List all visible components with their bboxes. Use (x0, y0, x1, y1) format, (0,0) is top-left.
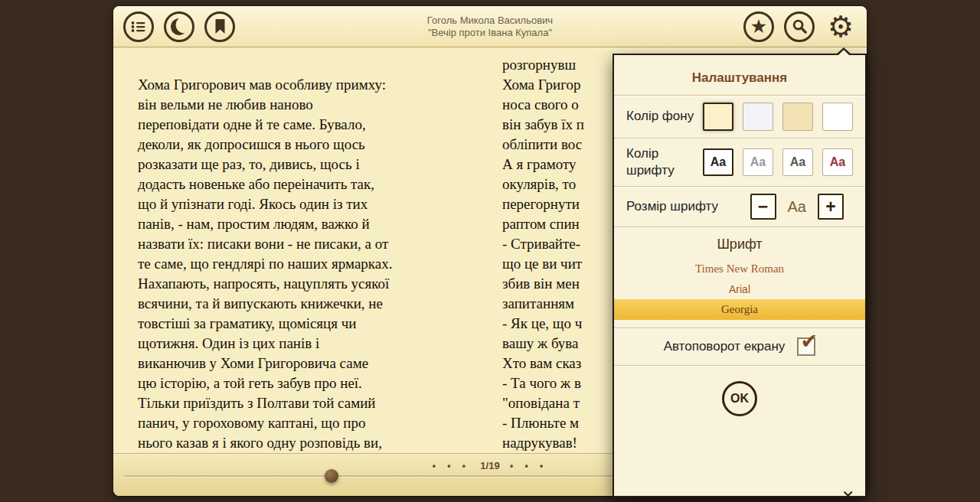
autorotate-row: Автоповорот екрану ✔ (614, 328, 865, 365)
text-line: окулярів, то (502, 174, 584, 194)
text-line: Хома Григор (502, 75, 584, 95)
text-line: додасть новеньке або переіначить так, (138, 174, 392, 194)
text-line: вашу ж бува (502, 334, 584, 354)
autorotate-label: Автоповорот екрану (664, 339, 786, 354)
toc-button[interactable] (123, 11, 154, 42)
text-line: що це ви чит (502, 254, 584, 274)
text-line: панич, у гороховому каптані, що про (138, 413, 392, 433)
font-size-decrease-button[interactable]: − (750, 194, 776, 220)
book-title: "Вечір проти Івана Купала" (427, 27, 553, 39)
ebook-reader-app: Гоголь Микола Васильович "Вечір проти Ів… (0, 0, 980, 502)
bookmark-button[interactable] (204, 11, 235, 42)
text-line: раптом спин (502, 214, 584, 234)
search-button[interactable] (784, 11, 815, 42)
bg-color-wheat-swatch[interactable] (782, 103, 813, 131)
font-color-darkgray-swatch[interactable]: Aa (782, 148, 813, 176)
moon-icon (169, 16, 189, 36)
font-color-row: Колір шрифту Aa Aa Aa Aa (614, 139, 865, 186)
book-header: Гоголь Микола Васильович "Вечір проти Ів… (427, 15, 553, 39)
favorites-button[interactable]: ★ (743, 11, 774, 42)
font-size-increase-button[interactable]: + (818, 194, 844, 220)
text-line: перегорнути (502, 194, 584, 214)
text-line: збив він мен (502, 274, 584, 294)
font-size-sample: Aa (788, 198, 806, 216)
text-line: носа свого о (502, 95, 584, 115)
text-line: щотижня. Один із цих панів і (138, 334, 392, 354)
text-line: що й упізнати годі. Якось один із тих (138, 194, 392, 214)
font-color-darkred-swatch[interactable]: Aa (822, 148, 853, 176)
close-icon[interactable]: ✕ (841, 487, 854, 502)
text-line: розказати ще раз, то, дивись, щось і (138, 155, 392, 174)
page-number: 1/19 (480, 460, 499, 471)
text-line: виканючив у Хоми Григоровича саме (138, 354, 392, 373)
search-icon (792, 18, 808, 34)
text-line: він забув їх п (502, 115, 584, 135)
text-line: надрукував! (502, 433, 584, 453)
pager-dots-right: • • • (510, 461, 547, 471)
background-color-row: Колір фону (614, 96, 865, 138)
pager-dots-left: • • • (433, 461, 470, 471)
settings-panel: Налаштування Колір фону Колір шрифту Aa … (612, 54, 867, 497)
star-icon: ★ (750, 17, 767, 36)
text-line: нього казав я і якого одну розповідь ви, (138, 433, 392, 453)
toolbar-left-group (123, 11, 235, 42)
font-size-label: Розмір шрифту (626, 198, 735, 215)
bg-color-cream-swatch[interactable] (703, 103, 733, 131)
text-line: він вельми не любив наново (138, 95, 392, 115)
text-line: Хома Григорович мав особливу примху: (138, 75, 392, 95)
toolbar: Гоголь Микола Васильович "Вечір проти Ів… (113, 6, 867, 47)
autorotate-checkbox[interactable]: ✔ (797, 337, 815, 356)
text-line: панів, - нам, простим людям, важко й (138, 214, 392, 234)
background-color-label: Колір фону (626, 108, 698, 125)
text-line: назвати їх: писаки вони - не писаки, а о… (138, 234, 392, 254)
font-option-times-new-roman[interactable]: Times New Roman (614, 259, 865, 279)
toc-icon (131, 21, 146, 33)
font-size-controls: − Aa + (750, 194, 853, 220)
text-line: Тільки приїздить з Полтави той самий (138, 393, 392, 413)
font-section-title: Шрифт (614, 233, 865, 259)
font-color-gray-swatch[interactable]: Aa (743, 148, 773, 176)
text-line: розгорнувш (502, 55, 584, 75)
text-line: Нахапають, напросять, нацуплять усякої (138, 274, 392, 294)
text-line: Хто вам сказ (502, 354, 584, 373)
background-color-swatches (703, 103, 853, 131)
divider (614, 365, 865, 366)
text-line: - Стривайте- (502, 234, 584, 254)
bookmark-icon (214, 19, 226, 34)
bg-color-lightgray-swatch[interactable] (743, 103, 773, 131)
font-option-georgia[interactable]: Georgia (614, 299, 865, 320)
panel-pointer (838, 50, 850, 56)
ok-button[interactable]: OK (722, 381, 757, 416)
text-line: всячини, та й випускають книжечки, не (138, 294, 392, 314)
font-option-arial[interactable]: Arial (614, 279, 865, 299)
text-column-left: Хома Григорович мав особливу примху:він … (138, 75, 392, 453)
book-author: Гоголь Микола Васильович (427, 15, 553, 27)
night-mode-button[interactable] (164, 11, 194, 42)
text-line: цю історію, а той геть забув про неї. (138, 373, 392, 393)
text-line: переповідати одне й те саме. Бувало, (138, 115, 392, 135)
text-line: товстіші за граматику, щомісяця чи (138, 314, 392, 334)
text-line: те саме, що гендлярі по наших ярмарках. (138, 254, 392, 274)
checkmark-icon: ✔ (800, 329, 818, 353)
font-color-label: Колір шрифту (626, 145, 698, 179)
font-color-black-swatch[interactable]: Aa (703, 148, 733, 176)
gear-icon: ⚙ (828, 10, 854, 44)
toolbar-right-group: ★ ⚙ (743, 10, 857, 44)
text-line: "оповідана т (502, 393, 584, 413)
font-size-row: Розмір шрифту − Aa + (614, 187, 865, 227)
text-column-right: розгорнувшХома Григорноса свого овін заб… (502, 55, 584, 453)
text-line: - Та чого ж в (502, 373, 584, 393)
settings-button[interactable]: ⚙ (825, 10, 857, 44)
text-line: А я грамоту (502, 155, 584, 174)
text-line: - Плюньте м (502, 413, 584, 433)
text-line: обліпити вос (502, 135, 584, 155)
bg-color-white-swatch[interactable] (822, 103, 853, 131)
text-line: деколи, як допросишся в нього щось (138, 135, 392, 155)
text-line: запитанням (502, 294, 584, 314)
font-section: Шрифт Times New Roman Arial Georgia (614, 227, 865, 328)
font-color-swatches: Aa Aa Aa Aa (703, 148, 853, 176)
text-line: - Як це, що ч (502, 314, 584, 334)
settings-title: Налаштування (614, 55, 865, 95)
